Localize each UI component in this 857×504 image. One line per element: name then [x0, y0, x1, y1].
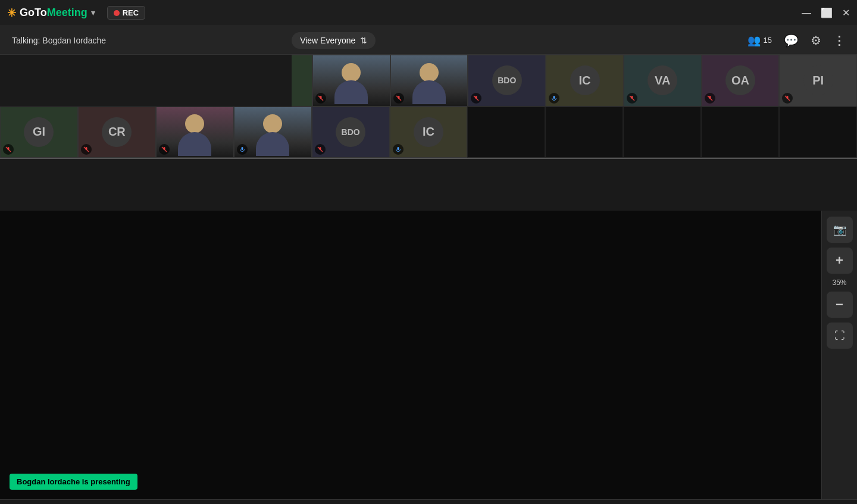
chevron-up-down-icon: ⇅ — [360, 36, 367, 45]
participant-initial: GI — [24, 117, 54, 147]
svg-rect-12 — [553, 96, 555, 99]
participant-tile[interactable]: CR — [78, 107, 156, 158]
participant-tile[interactable]: BDO — [468, 55, 546, 107]
empty-tile — [545, 107, 623, 158]
empty-tile — [623, 107, 701, 158]
talking-label: Talking: Bogdan Iordache — [12, 36, 106, 45]
svg-rect-2 — [85, 96, 87, 99]
participant-tile[interactable] — [78, 55, 156, 107]
participant-tile[interactable]: VA — [624, 55, 702, 107]
zoom-level-label: 35% — [832, 278, 846, 287]
header-actions: 👥 15 💬 ⚙ ⋮ — [747, 33, 845, 48]
empty-tile — [467, 107, 545, 158]
screenshot-icon: 📷 — [833, 223, 846, 236]
logo-chevron-icon[interactable]: ▾ — [91, 8, 95, 17]
participants-button[interactable]: 👥 15 — [747, 34, 772, 47]
meeting-header: Talking: Bogdan Iordache View Everyone ⇅… — [0, 26, 857, 55]
participants-icon: 👥 — [747, 34, 761, 47]
rec-label: REC — [123, 8, 139, 17]
zoom-in-icon: + — [836, 253, 843, 268]
participant-tile[interactable] — [156, 107, 234, 158]
mute-icon — [81, 93, 92, 104]
chat-button[interactable]: 💬 — [784, 33, 799, 48]
zoom-in-button[interactable]: + — [827, 248, 853, 274]
participant-tile[interactable]: BDO — [312, 107, 390, 158]
mute-icon — [782, 93, 793, 104]
participant-tile[interactable]: OA — [702, 55, 780, 107]
empty-tile — [701, 107, 779, 158]
empty-tile — [779, 107, 857, 158]
mute-icon — [705, 93, 715, 104]
side-controls: 📷 + 35% − ⛶ — [821, 211, 857, 499]
participant-tile[interactable]: IC — [390, 107, 468, 158]
participant-initial: SLUB — [259, 65, 289, 95]
participant-tile[interactable] — [312, 55, 390, 107]
settings-button[interactable]: ⚙ — [811, 33, 821, 48]
rec-badge: REC — [107, 6, 145, 20]
presentation-area: 🐝 Apiary Book SOLUȚII PRIVIND AUTENTICIT… — [0, 211, 821, 499]
mute-icon — [471, 93, 481, 104]
mute-icon — [81, 144, 92, 155]
close-button[interactable]: ✕ — [842, 8, 850, 18]
participant-initial: BDO — [336, 117, 365, 147]
participant-initial: PI — [803, 65, 833, 95]
fullscreen-button[interactable]: ⛶ — [827, 323, 853, 349]
logo-asterisk: ✳ — [7, 7, 16, 20]
mute-icon — [627, 93, 637, 104]
participant-initial: VA — [648, 65, 677, 95]
mute-icon — [237, 93, 248, 104]
zoom-out-icon: − — [836, 297, 843, 312]
mute-icon — [315, 144, 326, 155]
mute-icon — [3, 144, 14, 155]
participant-tile[interactable] — [155, 55, 234, 107]
participant-initial: OA — [725, 65, 755, 95]
mute-icon — [237, 144, 248, 155]
title-bar: ✳ GoToMeeting ▾ REC — ⬜ ✕ — [0, 0, 857, 26]
participant-tile[interactable]: IC — [546, 55, 624, 107]
app-logo: ✳ GoToMeeting ▾ — [7, 7, 95, 20]
participant-tile[interactable] — [390, 55, 468, 107]
participant-initial: BDO — [492, 65, 522, 95]
window-controls: — ⬜ ✕ — [802, 8, 850, 18]
svg-rect-3 — [164, 95, 165, 98]
participants-count: 15 — [764, 36, 772, 45]
logo-text: GoToMeeting — [20, 7, 87, 19]
svg-rect-28 — [397, 147, 399, 150]
minimize-button[interactable]: — — [802, 8, 811, 18]
participant-initial: CR — [102, 117, 132, 147]
mute-icon — [3, 93, 14, 104]
zoom-out-button[interactable]: − — [827, 292, 853, 318]
more-icon: ⋮ — [833, 33, 845, 48]
mute-icon — [159, 144, 170, 155]
svg-rect-25 — [241, 147, 243, 150]
presenting-banner: Bogdan Iordache is presenting — [10, 474, 137, 490]
main-area: 🐝 Apiary Book SOLUȚII PRIVIND AUTENTICIT… — [0, 211, 857, 499]
gear-icon: ⚙ — [811, 33, 821, 48]
participant-initial: IC — [414, 117, 443, 147]
mute-icon — [393, 144, 404, 155]
more-button[interactable]: ⋮ — [833, 33, 845, 48]
mute-icon — [549, 93, 559, 104]
participant-initial: IC — [570, 65, 600, 95]
participant-tile[interactable] — [234, 107, 312, 158]
view-everyone-button[interactable]: View Everyone ⇅ — [292, 32, 376, 49]
chat-icon: 💬 — [784, 33, 799, 48]
mute-icon — [159, 92, 170, 103]
fullscreen-icon: ⛶ — [834, 330, 845, 342]
screenshot-button[interactable]: 📷 — [827, 217, 853, 243]
participants-strip: CSLUBBDOICVAOAPIGICRBDOIC — [0, 55, 857, 159]
mute-icon — [315, 93, 326, 104]
mute-icon — [393, 93, 404, 104]
participant-initial: C — [24, 65, 54, 95]
participant-tile[interactable]: C — [0, 55, 78, 107]
participant-tile[interactable]: GI — [0, 107, 78, 158]
view-everyone-label: View Everyone — [300, 36, 355, 45]
rec-dot — [114, 10, 120, 16]
maximize-button[interactable]: ⬜ — [821, 8, 833, 18]
bottom-bar: Mic Camera Screen — [0, 499, 857, 504]
participant-tile[interactable]: PI — [779, 55, 857, 107]
participant-tile[interactable]: SLUB — [234, 55, 312, 107]
